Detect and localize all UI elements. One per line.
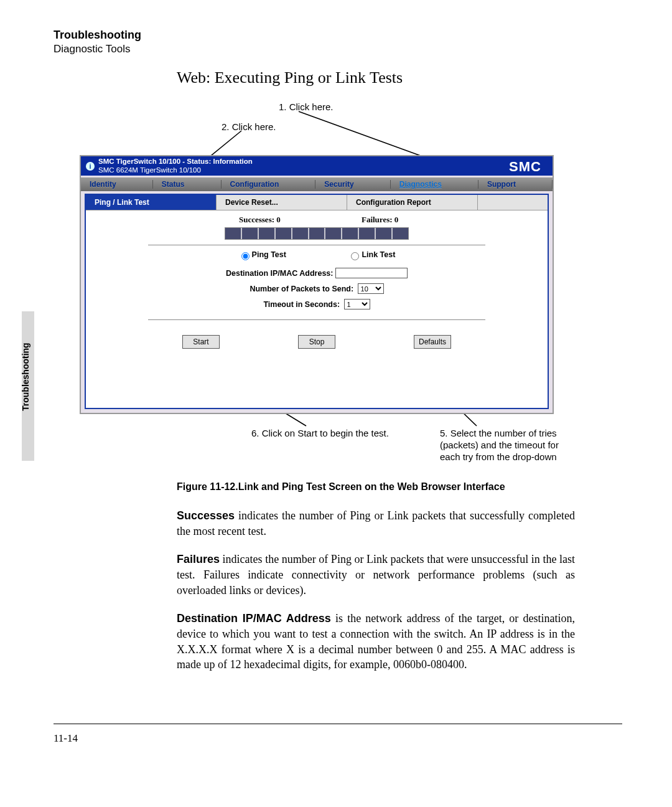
dest-label: Destination IP/MAC Address: — [226, 269, 333, 278]
title-line-1: SMC TigerSwitch 10/100 - Status: Informa… — [98, 158, 253, 165]
nav-support[interactable]: Support — [478, 180, 553, 189]
successes-label: Successes: — [239, 215, 274, 224]
dest-row: Destination IP/MAC Address: — [86, 268, 548, 278]
defaults-button[interactable]: Defaults — [414, 335, 451, 349]
progress-bar — [225, 227, 409, 240]
nav-diagnostics[interactable]: Diagnostics — [391, 180, 478, 189]
packets-row: Number of Packets to Send: 10 — [86, 283, 548, 294]
timeout-label: Timeout in Seconds: — [263, 300, 340, 309]
dest-input[interactable] — [335, 268, 408, 278]
figure-caption: Figure 11-12.Link and Ping Test Screen o… — [177, 481, 505, 493]
nav-security[interactable]: Security — [315, 180, 390, 189]
start-button[interactable]: Start — [182, 335, 220, 349]
ping-test-radio[interactable] — [241, 252, 250, 260]
term-successes: Successes — [177, 509, 235, 522]
link-test-radio[interactable] — [351, 252, 359, 260]
brand-logo: SMC — [509, 159, 541, 175]
window-titlebar: i SMC TigerSwitch 10/100 - Status: Infor… — [81, 156, 553, 176]
subtab-config-report[interactable]: Configuration Report — [347, 195, 478, 210]
failures-value: 0 — [394, 215, 399, 224]
nav-status[interactable]: Status — [153, 180, 222, 189]
page-number: 11-14 — [54, 732, 78, 745]
para-dest: Destination IP/MAC Address is the networ… — [177, 611, 575, 672]
para-successes: Successes indicates the number of Ping o… — [177, 508, 575, 539]
subtab-device-reset[interactable]: Device Reset... — [217, 195, 347, 210]
info-icon: i — [86, 162, 95, 171]
nav-identity[interactable]: Identity — [81, 180, 153, 189]
packets-select[interactable]: 10 — [358, 283, 384, 294]
panel-body: Successes: 0 Failures: 0 Ping Test Link … — [86, 212, 548, 408]
text-successes: indicates the number of Ping or Link pac… — [177, 509, 575, 537]
timeout-select[interactable]: 1 — [344, 299, 370, 309]
screenshot-panel: i SMC TigerSwitch 10/100 - Status: Infor… — [80, 155, 554, 414]
content-panel: Ping / Link Test Device Reset... Configu… — [85, 194, 549, 409]
term-dest: Destination IP/MAC Address — [177, 612, 331, 625]
divider-2 — [148, 319, 485, 320]
test-type-row: Ping Test Link Test — [86, 250, 548, 260]
stop-button[interactable]: Stop — [298, 335, 335, 349]
packets-label: Number of Packets to Send: — [250, 285, 353, 293]
subtab-bar: Ping / Link Test Device Reset... Configu… — [86, 195, 548, 210]
title-line-2: SMC 6624M TigerSwitch 10/100 — [98, 166, 201, 174]
subtab-ping-link[interactable]: Ping / Link Test — [86, 195, 217, 210]
text-failures: indicates the number of Ping or Link pac… — [177, 553, 575, 597]
successes-value: 0 — [276, 215, 281, 224]
ping-test-label: Ping Test — [252, 250, 286, 259]
term-failures: Failures — [177, 553, 220, 565]
para-failures: Failures indicates the number of Ping or… — [177, 552, 575, 598]
link-test-label: Link Test — [362, 250, 395, 259]
nav-configuration[interactable]: Configuration — [222, 180, 316, 189]
timeout-row: Timeout in Seconds: 1 — [86, 299, 548, 309]
failures-label: Failures: — [362, 215, 393, 224]
divider — [148, 245, 485, 245]
footer-rule — [54, 724, 622, 724]
button-row: Start Stop Defaults — [86, 335, 548, 349]
nav-bar: Identity Status Configuration Security D… — [81, 177, 553, 191]
stats-row: Successes: 0 Failures: 0 — [86, 215, 548, 225]
titlebar-text: SMC TigerSwitch 10/100 - Status: Informa… — [98, 158, 253, 174]
